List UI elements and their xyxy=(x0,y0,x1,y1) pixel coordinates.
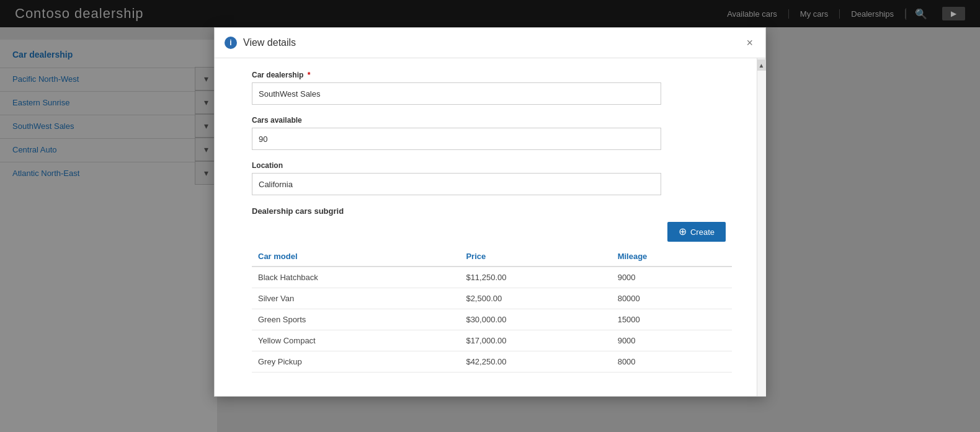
cell-model: Yellow Compact xyxy=(252,330,460,351)
col-mileage: Mileage xyxy=(612,247,732,267)
required-indicator: * xyxy=(308,71,311,79)
subgrid-label: Dealership cars subgrid xyxy=(252,206,732,216)
cell-model: Silver Van xyxy=(252,288,460,309)
create-button[interactable]: ⊕ Create xyxy=(667,222,726,242)
car-dealership-label: Car dealership * xyxy=(252,71,732,79)
modal-scroll-area: Car dealership * Cars available Location xyxy=(215,58,765,396)
col-car-model: Car model xyxy=(252,247,460,267)
cell-price: $30,000.00 xyxy=(460,309,611,330)
cell-model: Black Hatchback xyxy=(252,267,460,288)
scroll-up-button[interactable]: ▲ xyxy=(757,60,766,71)
modal-body: Car dealership * Cars available Location xyxy=(215,58,757,396)
cell-model: Green Sports xyxy=(252,309,460,330)
table-row[interactable]: Black Hatchback $11,250.00 9000 xyxy=(252,267,732,288)
cell-mileage: 15000 xyxy=(612,309,732,330)
location-group: Location xyxy=(252,161,732,195)
table-row[interactable]: Grey Pickup $42,250.00 8000 xyxy=(252,351,732,372)
cell-price: $2,500.00 xyxy=(460,288,611,309)
plus-icon: ⊕ xyxy=(679,227,687,237)
cell-price: $17,000.00 xyxy=(460,330,611,351)
cell-mileage: 80000 xyxy=(612,288,732,309)
cars-available-label: Cars available xyxy=(252,116,732,125)
cell-price: $11,250.00 xyxy=(460,267,611,288)
subgrid-table: Car model Price Mileage Black Hatchback … xyxy=(252,247,732,372)
table-row[interactable]: Yellow Compact $17,000.00 9000 xyxy=(252,330,732,351)
create-btn-label: Create xyxy=(690,227,715,237)
modal-title: View details xyxy=(243,37,744,48)
scrollbar-track xyxy=(757,71,766,396)
subgrid-section: Dealership cars subgrid ⊕ Create Car mod… xyxy=(252,206,732,372)
table-row[interactable]: Silver Van $2,500.00 80000 xyxy=(252,288,732,309)
modal-overlay: i View details × Car dealership * Cars a… xyxy=(0,0,980,432)
table-row[interactable]: Green Sports $30,000.00 15000 xyxy=(252,309,732,330)
cell-mileage: 9000 xyxy=(612,330,732,351)
car-dealership-group: Car dealership * xyxy=(252,71,732,105)
car-dealership-input[interactable] xyxy=(252,82,661,105)
view-details-modal: i View details × Car dealership * Cars a… xyxy=(214,27,766,397)
col-price: Price xyxy=(460,247,611,267)
location-label: Location xyxy=(252,161,732,170)
cell-mileage: 9000 xyxy=(612,267,732,288)
cars-available-input[interactable] xyxy=(252,128,661,150)
cell-mileage: 8000 xyxy=(612,351,732,372)
close-button[interactable]: × xyxy=(744,37,755,48)
location-input[interactable] xyxy=(252,173,661,195)
cell-price: $42,250.00 xyxy=(460,351,611,372)
info-icon: i xyxy=(225,37,237,49)
table-header-row: Car model Price Mileage xyxy=(252,247,732,267)
cell-model: Grey Pickup xyxy=(252,351,460,372)
cars-available-group: Cars available xyxy=(252,116,732,150)
modal-header: i View details × xyxy=(215,28,765,58)
modal-scrollbar: ▲ xyxy=(757,58,765,396)
subgrid-toolbar: ⊕ Create xyxy=(252,222,732,242)
